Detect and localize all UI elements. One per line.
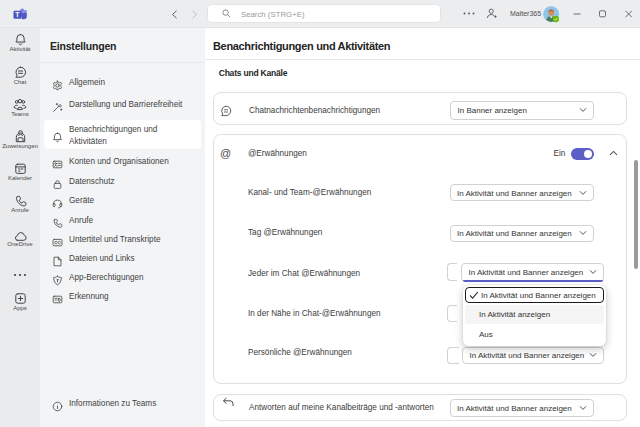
svg-text:T: T <box>15 11 20 18</box>
